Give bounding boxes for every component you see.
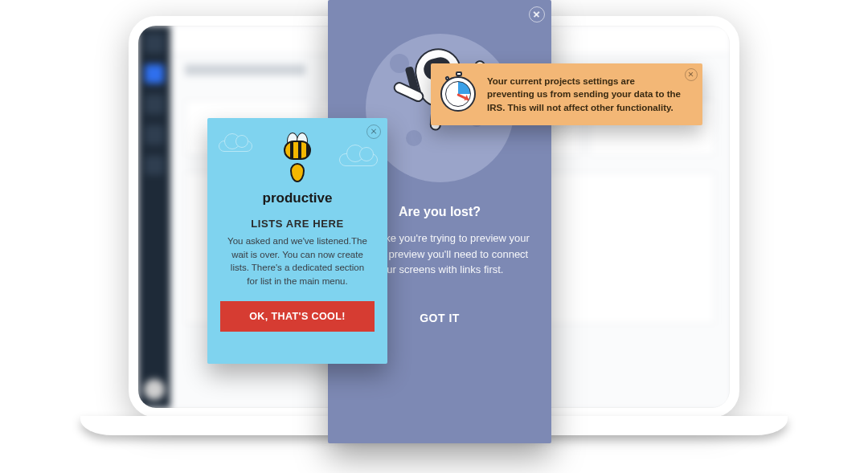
sidebar-nav-icon xyxy=(145,125,164,145)
sidebar-nav-icon xyxy=(145,95,164,114)
cloud-icon xyxy=(339,153,378,166)
bee-icon xyxy=(284,141,311,182)
ok-button[interactable]: OK, THAT'S COOL! xyxy=(220,301,375,332)
sidebar-nav-icon xyxy=(145,156,164,175)
warning-toast: Your current projects settings are preve… xyxy=(431,63,702,125)
stopwatch-icon xyxy=(440,76,477,113)
modal-title: LISTS ARE HERE xyxy=(220,218,375,230)
brand-name: productive xyxy=(220,190,375,206)
page-title xyxy=(185,64,305,75)
avatar xyxy=(144,379,165,400)
sidebar-nav-icon xyxy=(145,64,164,84)
announcement-modal-lists: productive LISTS ARE HERE You asked and … xyxy=(207,118,387,364)
close-icon[interactable] xyxy=(685,68,698,81)
cloud-icon xyxy=(219,141,252,152)
modal-body: You asked and we've listened.The wait is… xyxy=(227,234,368,288)
sidebar-nav-icon xyxy=(145,34,164,53)
close-icon[interactable] xyxy=(529,6,545,22)
toast-message: Your current projects settings are preve… xyxy=(487,75,693,113)
close-icon[interactable] xyxy=(366,124,381,139)
app-sidebar xyxy=(138,26,170,408)
got-it-button[interactable]: GOT IT xyxy=(420,312,460,324)
crater-icon xyxy=(406,130,422,146)
